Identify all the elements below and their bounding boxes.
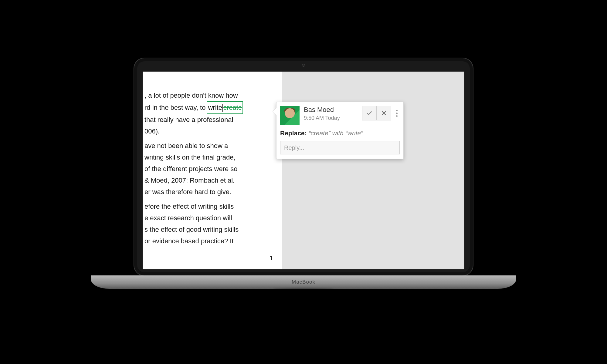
text-line: 006).: [143, 126, 279, 137]
more-options-button[interactable]: [394, 110, 400, 117]
reply-placeholder: Reply...: [284, 144, 304, 151]
text-line: er was therefore hard to give.: [143, 186, 279, 198]
reply-input[interactable]: Reply...: [280, 141, 400, 154]
laptop-brand: MacBook: [91, 279, 516, 285]
text-line: of the different projects were so: [143, 163, 279, 175]
laptop-base: MacBook: [91, 275, 516, 289]
text-line: writing skills on the final grade,: [143, 152, 279, 163]
text-line: ave not been able to show a: [143, 140, 279, 152]
text-line: rd in the best way, to writecreate: [143, 101, 279, 114]
text-line: & Moed, 2007; Rombach et al.: [143, 175, 279, 186]
accept-suggestion-button[interactable]: [362, 106, 377, 120]
avatar: [280, 106, 300, 125]
comment-author: Bas Moed: [304, 106, 362, 114]
comment-timestamp: 9:50 AM Today: [304, 115, 362, 121]
text-caret: [222, 104, 223, 112]
text-line: that really have a professional: [143, 114, 279, 126]
reject-suggestion-button[interactable]: [377, 106, 391, 120]
text-line: or evidence based practice? It: [143, 235, 279, 247]
card-pointer: [273, 108, 276, 115]
screen: , a lot of people don't know how rd in t…: [143, 72, 464, 269]
suggestion-description: Replace: “create” with “write”: [280, 130, 400, 137]
suggestion-card[interactable]: Bas Moed 9:50 AM Today: [276, 102, 404, 159]
suggestion-highlight[interactable]: writecreate: [207, 101, 242, 114]
laptop-frame: , a lot of people don't know how rd in t…: [134, 58, 473, 276]
text-line: , a lot of people don't know how: [143, 90, 279, 101]
page-number: 1: [270, 254, 273, 262]
document-text: , a lot of people don't know how rd in t…: [143, 90, 279, 247]
document-area: , a lot of people don't know how rd in t…: [143, 72, 282, 269]
comments-sidebar: [282, 72, 464, 269]
text-line: s the effect of good writing skills: [143, 224, 279, 235]
check-icon: [366, 110, 373, 116]
close-icon: [381, 110, 387, 116]
camera-icon: [302, 64, 305, 67]
text-line: e exact research question will: [143, 212, 279, 224]
text-line: efore the effect of writing skills: [143, 201, 279, 212]
